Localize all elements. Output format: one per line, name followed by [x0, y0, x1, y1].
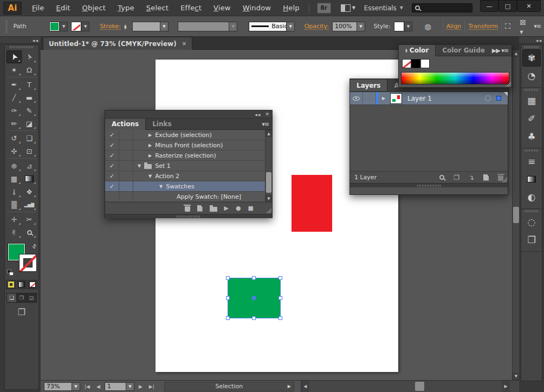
menu-select[interactable]: Select [140, 4, 174, 12]
menu-type[interactable]: Type [112, 4, 140, 12]
recolor-artwork-icon[interactable]: ◍ [425, 22, 431, 31]
magic-wand-tool[interactable]: ✶ [7, 63, 22, 76]
mesh-tool[interactable]: ▦ [7, 172, 22, 185]
gradient-mode-button[interactable] [17, 280, 27, 289]
scroll-down-icon[interactable]: ▼ [265, 195, 272, 202]
menu-edit[interactable]: Edit [50, 4, 76, 12]
type-tool[interactable]: T [22, 78, 37, 91]
action-row[interactable]: ✓▼Action 2 [105, 171, 272, 181]
action-row[interactable]: ✓▼Swatches [105, 181, 272, 192]
action-checkbox[interactable]: ✓ [105, 130, 119, 140]
pen-tool[interactable]: ✒ [7, 78, 22, 91]
draw-normal-button[interactable]: ❑ [7, 293, 17, 302]
collapse-triangle-icon[interactable]: ▼ [138, 164, 141, 168]
artboard-number-field[interactable]: 1 [105, 382, 126, 391]
stroke-color-swatch[interactable] [72, 22, 81, 31]
action-row[interactable]: ✓▶Rasterize (selection) [105, 151, 272, 161]
chevron-down-icon[interactable]: ▼ [405, 22, 412, 31]
action-checkbox[interactable]: ✓ [105, 151, 119, 160]
slice-tool[interactable]: ✂ [22, 213, 37, 226]
action-checkbox[interactable]: ✓ [105, 171, 119, 181]
scroll-left-icon[interactable]: ◀ [301, 381, 309, 392]
action-row[interactable]: ✓▼Set 1 [105, 161, 272, 171]
status-indicator[interactable]: Selection ▶ [164, 382, 294, 391]
draw-inside-button[interactable]: ◲ [27, 293, 36, 302]
chevron-down-icon[interactable]: ▼ [126, 382, 134, 391]
chevron-down-icon[interactable]: ▼ [72, 382, 80, 391]
action-checkbox[interactable]: ✓ [105, 181, 119, 191]
hand-tool[interactable]: ✌ [7, 226, 22, 239]
vertical-scrollbar-thumb[interactable] [513, 207, 519, 223]
stroke-link[interactable]: Stroke: [100, 23, 121, 30]
action-row[interactable]: ✓▶Exclude (selection) [105, 130, 272, 140]
cycle-panel-size-icon[interactable]: ▲▼ [405, 48, 407, 53]
selection-tool[interactable]: ➤ [7, 50, 22, 63]
free-transform-tool[interactable]: ⊡ [22, 145, 37, 158]
collapse-panel-icon[interactable]: ◀◀ [255, 113, 261, 116]
horizontal-scrollbar[interactable]: ◀ ▶ [301, 381, 519, 392]
action-dialog-toggle[interactable] [119, 171, 133, 181]
action-dialog-toggle[interactable] [119, 130, 133, 140]
direct-selection-tool[interactable]: ➢ [22, 50, 37, 63]
tab-layers[interactable]: Layers [350, 80, 387, 91]
search-input[interactable] [412, 3, 472, 12]
transparency-panel-icon[interactable]: ◐ [522, 188, 541, 206]
scrollbar-thumb[interactable] [266, 172, 271, 193]
panel-menu-icon[interactable]: ▾≡ [262, 121, 272, 128]
zoom-level-field[interactable]: 73% [44, 382, 72, 391]
stroke-color-control[interactable]: ▼ [71, 22, 89, 31]
panel-drag-handle[interactable] [177, 215, 200, 218]
gradient-tool[interactable] [22, 172, 37, 185]
action-dialog-toggle[interactable] [119, 151, 133, 160]
selection-handle[interactable] [226, 316, 230, 320]
chevron-down-icon[interactable]: ▼ [357, 22, 365, 31]
tab-actions[interactable]: Actions [105, 119, 146, 130]
brushes-panel-icon[interactable]: ✐ [522, 110, 541, 127]
arrange-documents-button[interactable]: ▼ [341, 4, 355, 12]
make-clipping-mask-button[interactable]: ❐ [454, 174, 459, 181]
menu-object[interactable]: Object [76, 4, 112, 12]
panel-drag-handle[interactable] [524, 89, 539, 91]
new-set-button[interactable] [210, 205, 217, 212]
selection-handle[interactable] [252, 316, 256, 320]
brush-definition-field[interactable] [178, 22, 229, 31]
paintbrush-tool[interactable]: ✑ [7, 104, 22, 117]
expand-triangle-icon[interactable]: ▶ [148, 133, 152, 138]
collapse-triangle-icon[interactable]: ▼ [148, 174, 152, 179]
layer-row[interactable]: ▶ Layer 1 [350, 92, 508, 105]
play-button[interactable]: ▶ [224, 205, 229, 212]
action-checkbox[interactable] [105, 192, 119, 201]
chevron-down-icon[interactable]: ▼ [229, 22, 237, 31]
action-dialog-toggle[interactable] [119, 161, 133, 171]
opacity-field[interactable]: 100% [332, 22, 357, 31]
expand-layer-icon[interactable]: ▶ [378, 92, 389, 104]
selection-handle[interactable] [226, 296, 230, 300]
menu-view[interactable]: View [208, 4, 237, 12]
eraser-tool[interactable]: ◪ [22, 117, 37, 130]
actions-scrollbar[interactable]: ▲▼ [265, 130, 272, 202]
symbol-sprayer-tool[interactable]: ▒ [7, 198, 22, 211]
close-panel-icon[interactable]: ✕ [265, 112, 269, 117]
visibility-toggle[interactable] [350, 92, 363, 104]
last-artboard-button[interactable]: ▶| [147, 384, 157, 389]
record-button[interactable]: ● [236, 205, 241, 212]
chevron-down-icon[interactable]: ▼ [287, 22, 295, 31]
bridge-button[interactable]: Br [317, 3, 331, 14]
tab-links[interactable]: Links [146, 119, 178, 130]
maximize-button[interactable]: □ [498, 0, 517, 12]
action-dialog-toggle[interactable] [119, 140, 133, 150]
selection-handle[interactable] [252, 276, 256, 280]
symbols-panel-icon[interactable]: ♣ [522, 128, 541, 145]
graphic-styles-panel-icon[interactable]: ❐ [522, 231, 541, 249]
layer-name[interactable]: Layer 1 [403, 92, 485, 104]
selection-handle[interactable] [279, 276, 282, 280]
red-rectangle[interactable] [292, 175, 332, 232]
stroke-panel-icon[interactable]: ≡ [522, 153, 541, 170]
variable-width-profile[interactable]: Basic [249, 22, 287, 31]
rectangle-tool[interactable]: ▬ [22, 91, 37, 104]
chevron-down-icon[interactable]: ▼ [160, 22, 169, 31]
opacity-link[interactable]: Opacity: [305, 23, 329, 30]
chevron-down-icon[interactable]: ▼ [60, 22, 67, 31]
blob-brush-tool[interactable]: ✏ [7, 117, 22, 130]
document-tab[interactable]: Untitled-1* @ 73% (CMYK/Preview) × [43, 37, 192, 50]
